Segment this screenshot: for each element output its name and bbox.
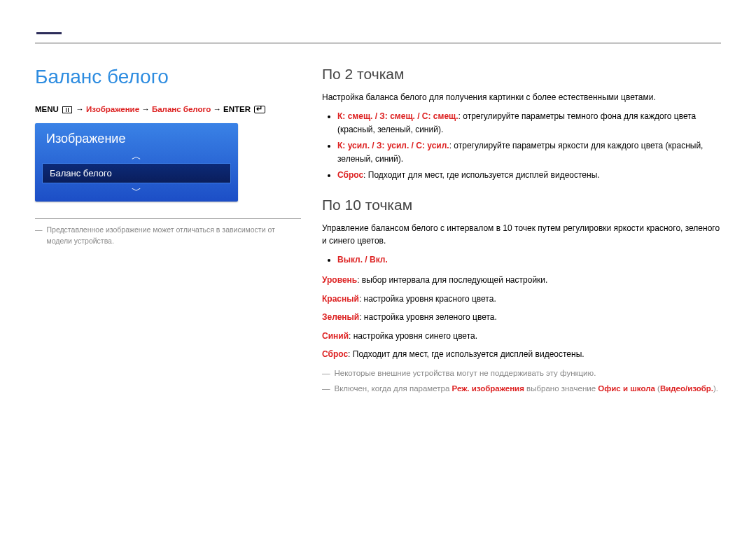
osd-arrow-down[interactable]: ﹀ xyxy=(35,185,238,196)
footnote-text: Включен, когда для параметра Реж. изобра… xyxy=(335,382,719,395)
param-red: Красный: настройка уровня красного цвета… xyxy=(322,293,721,306)
param-text: : настройка уровня красного цвета. xyxy=(359,294,496,304)
param-label: Красный xyxy=(322,294,359,304)
arrow: → xyxy=(141,105,150,113)
header-accent-bar xyxy=(36,32,62,34)
menu-icon xyxy=(62,106,72,113)
section-10-points-heading: По 10 точкам xyxy=(322,197,721,213)
osd-panel: Изображение ︿ Баланс белого ﹀ xyxy=(35,123,238,202)
disclaimer-text: Представленное изображение может отличат… xyxy=(47,225,302,247)
osd-selected-item[interactable]: Баланс белого xyxy=(42,163,231,183)
menu-label: MENU xyxy=(35,105,59,113)
left-footnote-divider xyxy=(35,218,301,219)
dash-icon: ― xyxy=(322,382,330,395)
menu-path: MENU → Изображение → Баланс белого → ENT… xyxy=(35,105,301,113)
list-item: Сброс: Подходит для мест, где использует… xyxy=(337,169,721,182)
param-label: Синий xyxy=(322,331,349,341)
osd-arrow-up[interactable]: ︿ xyxy=(35,150,238,162)
value-video-image: Видео/изобр. xyxy=(660,384,713,393)
page-title: Баланс белого xyxy=(35,66,301,88)
param-level: Уровень: выбор интервала для последующей… xyxy=(322,274,721,287)
section-2-points-heading: По 2 точкам xyxy=(322,66,721,83)
t: ). xyxy=(713,384,718,393)
footnote-text: Некоторые внешние устройства могут не по… xyxy=(335,367,596,379)
enter-icon xyxy=(254,106,265,113)
param-green: Зеленый: настройка уровня зеленого цвета… xyxy=(322,311,721,324)
value-office-school: Офис и школа xyxy=(598,384,655,393)
param-text: : настройка уровня зеленого цвета. xyxy=(359,312,497,322)
footnote-enabled-condition: ― Включен, когда для параметра Реж. изоб… xyxy=(322,382,721,395)
item-label: К: смещ. / З: смещ. / С: смещ. xyxy=(337,111,458,121)
footnote-unsupported: ― Некоторые внешние устройства могут не … xyxy=(322,367,721,379)
image-disclaimer: ― Представленное изображение может отлич… xyxy=(35,225,301,247)
param-label: Сброс xyxy=(322,349,348,359)
section-2-points-intro: Настройка баланса белого для получения к… xyxy=(322,91,721,104)
t: Включен, когда для параметра xyxy=(335,384,452,393)
item-label: Сброс xyxy=(337,170,363,180)
section-2-points-list: К: смещ. / З: смещ. / С: смещ.: отрегули… xyxy=(322,110,721,183)
arrow: → xyxy=(213,105,221,113)
path-segment-picture: Изображение xyxy=(86,105,139,113)
enter-label: ENTER xyxy=(223,105,251,113)
header-divider xyxy=(35,43,721,43)
dash-icon: ― xyxy=(322,367,330,379)
param-blue: Синий: настройка уровня синего цвета. xyxy=(322,330,721,343)
param-text: : Подходит для мест, где используется ди… xyxy=(348,349,584,359)
param-text: : настройка уровня синего цвета. xyxy=(349,331,477,341)
t: выбрано значение xyxy=(524,384,598,393)
dash-icon: ― xyxy=(35,225,43,247)
section-10-points-intro: Управление балансом белого с интервалом … xyxy=(322,222,721,248)
param-picture-mode: Реж. изображения xyxy=(452,384,524,393)
osd-title: Изображение xyxy=(35,123,238,150)
t: ( xyxy=(655,384,660,393)
list-item: Выкл. / Вкл. xyxy=(337,253,721,267)
item-label: Выкл. / Вкл. xyxy=(337,255,388,265)
item-label: К: усил. / З: усил. / С: усил. xyxy=(337,141,449,150)
item-text: : Подходит для мест, где используется ди… xyxy=(363,170,600,180)
param-label: Уровень xyxy=(322,275,357,285)
path-segment-white-balance: Баланс белого xyxy=(152,105,211,113)
list-item: К: усил. / З: усил. / С: усил.: отрегули… xyxy=(337,139,721,166)
list-item: К: смещ. / З: смещ. / С: смещ.: отрегули… xyxy=(337,110,721,136)
section-10-points-list: Выкл. / Вкл. xyxy=(322,253,721,267)
param-text: : выбор интервала для последующей настро… xyxy=(357,275,547,285)
param-reset: Сброс: Подходит для мест, где использует… xyxy=(322,348,721,361)
arrow: → xyxy=(76,105,84,113)
param-label: Зеленый xyxy=(322,312,359,322)
